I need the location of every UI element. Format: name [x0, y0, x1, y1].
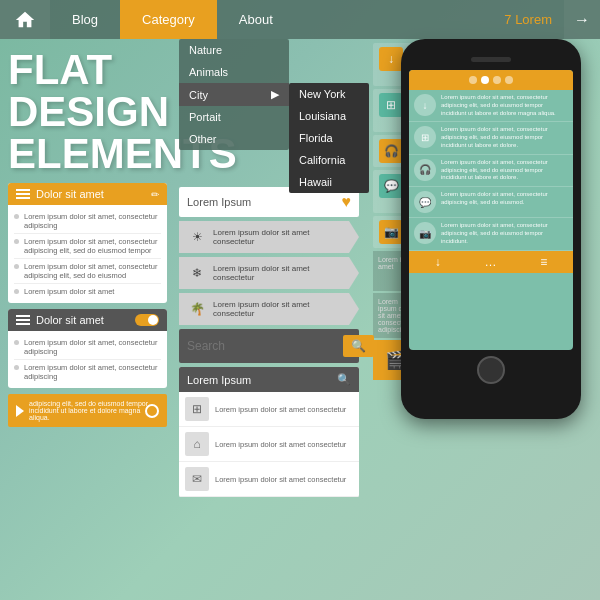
bullet-dot: [14, 365, 19, 370]
dot-3: [493, 76, 501, 84]
nav-next-button[interactable]: →: [564, 0, 600, 39]
phone-bottom-icon-1[interactable]: ↓: [435, 255, 441, 269]
arrow-list: Lorem Ipsum ♥ ☀ Lorem ipsum dolor sit am…: [179, 187, 365, 497]
palm-icon: 🌴: [187, 299, 207, 319]
home-icon: [14, 9, 36, 31]
arrow-highlight-row: adipiscing elit, sed do eiusmod tempor i…: [8, 394, 167, 427]
list-item: Lorem ipsum dolor sit amet, consectetur …: [14, 335, 161, 360]
nav-blog[interactable]: Blog: [50, 0, 120, 39]
circle-indicator: [145, 404, 159, 418]
sub-louisiana[interactable]: Louisiana: [289, 105, 369, 127]
list-item: ⌂ Lorem ipsum dolor sit amet consectetur: [179, 427, 359, 462]
phone-speaker: [471, 57, 511, 62]
list-card-1-body: Lorem ipsum dolor sit amet, consectetur …: [8, 205, 167, 303]
phone-screen-header: [409, 70, 573, 90]
grid-icon: ⊞: [185, 397, 209, 421]
phone-list-item-2: ⊞ Lorem ipsum dolor sit amet, consectetu…: [409, 122, 573, 154]
list-item: Lorem ipsum dolor sit amet: [14, 284, 161, 299]
phone-home-button[interactable]: [477, 356, 505, 384]
heart-icon[interactable]: ♥: [342, 193, 352, 211]
bullet-dot: [14, 264, 19, 269]
nav-about[interactable]: About: [217, 0, 295, 39]
lorem-card-2: Lorem Ipsum 🔍 ⊞ Lorem ipsum dolor sit am…: [179, 367, 359, 497]
hamburger-icon[interactable]: [16, 189, 30, 199]
edit-icon[interactable]: ✏: [151, 189, 159, 200]
left-panel: FLAT DESIGN ELEMENTS Dolor sit amet ✏ Lo…: [0, 39, 175, 600]
list-card-1-header: Dolor sit amet ✏: [8, 183, 167, 205]
list-item: Lorem ipsum dolor sit amet, consectetur …: [14, 360, 161, 384]
home-button[interactable]: [0, 0, 50, 39]
lorem-count: 7 Lorem: [492, 12, 564, 27]
phone-list-item-4: 💬 Lorem ipsum dolor sit amet, consectetu…: [409, 187, 573, 218]
lorem-card-2-rows: ⊞ Lorem ipsum dolor sit amet consectetur…: [179, 392, 359, 497]
phone-list-item-3: 🎧 Lorem ipsum dolor sit amet, consectetu…: [409, 155, 573, 187]
bullet-dot: [14, 214, 19, 219]
dot-4: [505, 76, 513, 84]
list-card-2: Dolor sit amet Lorem ipsum dolor sit ame…: [8, 309, 167, 388]
search-box: 🔍: [179, 329, 359, 363]
dropdown-nature[interactable]: Nature: [179, 39, 289, 61]
sub-hawaii[interactable]: Hawaii: [289, 171, 369, 193]
search-input[interactable]: [187, 339, 337, 353]
dropdown-other[interactable]: Other: [179, 128, 289, 150]
middle-panel: Nature Animals City ▶ New York Louisiana…: [175, 39, 365, 600]
grid-icon-phone: ⊞: [414, 126, 436, 148]
phone-list-item-1: ↓ Lorem ipsum dolor sit amet, consectetu…: [409, 90, 573, 122]
nav-category[interactable]: Category: [120, 0, 217, 39]
phone-body: ↓ Lorem ipsum dolor sit amet, consectetu…: [401, 39, 581, 419]
dropdown-portait[interactable]: Portait: [179, 106, 289, 128]
search-button[interactable]: 🔍: [343, 335, 374, 357]
main-content: FLAT DESIGN ELEMENTS Dolor sit amet ✏ Lo…: [0, 39, 600, 600]
dot-2: [481, 76, 489, 84]
phone-bottom-icon-3[interactable]: ≡: [540, 255, 547, 269]
headphone-icon: 🎧: [414, 159, 436, 181]
phone-mockup: ↓ Lorem ipsum dolor sit amet, consectetu…: [386, 39, 596, 429]
mail-icon: ✉: [185, 467, 209, 491]
right-panel: ↓ Lorem ipsum dolor sit amet, consectetu…: [365, 39, 600, 600]
arrow-list-item-2: ❄ Lorem ipsum dolor sit amet consectetur: [179, 257, 359, 289]
list-item: Lorem ipsum dolor sit amet, consectetur …: [14, 259, 161, 284]
arrow-list-item-1: ☀ Lorem ipsum dolor sit amet consectetur: [179, 221, 359, 253]
list-item: Lorem ipsum dolor sit amet, consectetur …: [14, 234, 161, 259]
sub-menu: New York Louisiana Florida California Ha…: [289, 83, 369, 193]
list-card-2-body: Lorem ipsum dolor sit amet, consectetur …: [8, 331, 167, 388]
list-item: ⊞ Lorem ipsum dolor sit amet consectetur: [179, 392, 359, 427]
bullet-dot: [14, 289, 19, 294]
dropdown-animals[interactable]: Animals: [179, 61, 289, 83]
list-item: ✉ Lorem ipsum dolor sit amet consectetur: [179, 462, 359, 497]
phone-bottom-bar: ↓ … ≡: [409, 251, 573, 273]
list-item: Lorem ipsum dolor sit amet, consectetur …: [14, 209, 161, 234]
chat-icon: 💬: [414, 191, 436, 213]
camera-icon: 📷: [414, 222, 436, 244]
dropdown-menu: Nature Animals City ▶ New York Louisiana…: [179, 39, 289, 150]
bullet-dot: [14, 340, 19, 345]
phone-list-item-5: 📷 Lorem ipsum dolor sit amet, consectetu…: [409, 218, 573, 250]
sub-new-york[interactable]: New York: [289, 83, 369, 105]
page-title: FLAT DESIGN ELEMENTS: [8, 49, 167, 175]
bullet-dot: [14, 239, 19, 244]
sub-california[interactable]: California: [289, 149, 369, 171]
phone-screen: ↓ Lorem ipsum dolor sit amet, consectetu…: [409, 70, 573, 350]
sun-icon: ☀: [187, 227, 207, 247]
home-icon-2: ⌂: [185, 432, 209, 456]
download-icon: ↓: [414, 94, 436, 116]
dot-1: [469, 76, 477, 84]
list-card-1: Dolor sit amet ✏ Lorem ipsum dolor sit a…: [8, 183, 167, 303]
arrow-list-item-3: 🌴 Lorem ipsum dolor sit amet consectetur: [179, 293, 359, 325]
list-card-2-header: Dolor sit amet: [8, 309, 167, 331]
snowflake-icon: ❄: [187, 263, 207, 283]
arrow-icon: [16, 405, 24, 417]
lorem-card-2-header: Lorem Ipsum 🔍: [179, 367, 359, 392]
phone-bottom-icon-2[interactable]: …: [484, 255, 496, 269]
dropdown-city[interactable]: City ▶ New York Louisiana Florida Califo…: [179, 83, 289, 106]
hamburger-icon-2[interactable]: [16, 315, 30, 325]
toggle-switch[interactable]: [135, 314, 159, 326]
sub-florida[interactable]: Florida: [289, 127, 369, 149]
top-navigation: Blog Category About 7 Lorem →: [0, 0, 600, 39]
search-icon-2: 🔍: [337, 373, 351, 386]
